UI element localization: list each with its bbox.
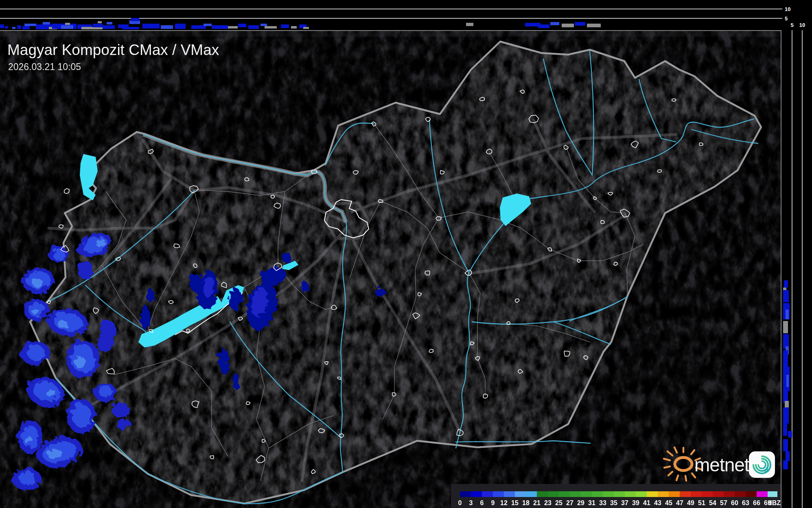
- legend-swatch: [504, 491, 515, 497]
- legend-swatch: [460, 491, 471, 497]
- precip-cell: [280, 250, 290, 261]
- legend-tick-label: 15: [511, 499, 519, 506]
- radar-composite-screen: Magyar Kompozit CMax / VMax 2026.03.21 1…: [0, 0, 812, 508]
- legend-swatch: [493, 491, 504, 497]
- legend-swatch: [691, 491, 702, 497]
- precip-cell: [373, 286, 384, 295]
- top-profile-panel: 10 5: [0, 0, 812, 29]
- echo-block: [238, 24, 246, 27]
- legend-tick-label: 3: [469, 499, 473, 506]
- legend-swatch: [592, 491, 603, 497]
- legend-tick-label: 27: [566, 499, 573, 506]
- echo-block: [786, 310, 789, 319]
- echo-block: [786, 375, 789, 387]
- legend-tick-label: 31: [588, 499, 595, 506]
- map-canvas: Magyar Kompozit CMax / VMax 2026.03.21 1…: [0, 30, 786, 508]
- precip-cell: [73, 355, 84, 367]
- echo-block: [783, 407, 789, 424]
- legend-tick-label: 37: [621, 499, 628, 506]
- legend-swatch: [614, 491, 625, 497]
- echo-block: [107, 22, 112, 24]
- legend-swatch: [636, 491, 647, 497]
- logo-text: metnet: [694, 454, 750, 475]
- echo-block: [788, 431, 792, 438]
- legend-swatch: [471, 491, 482, 497]
- legend-tick-label: 45: [665, 499, 672, 506]
- precip-cell: [25, 344, 43, 358]
- echo-block: [24, 24, 37, 26]
- legend-labels: 0369121518212325272931333537394143454749…: [458, 499, 771, 506]
- legend-swatch: [658, 491, 669, 497]
- legend-unit: dBZ: [768, 499, 781, 506]
- legend-swatch: [526, 491, 537, 497]
- echo-block: [587, 24, 601, 27]
- side-profile-label-10: 10: [799, 22, 805, 28]
- legend-swatch: [647, 491, 658, 497]
- legend-tick-label: 49: [687, 499, 694, 506]
- legend-tick-label: 25: [555, 499, 562, 506]
- legend-tick-label: 29: [577, 499, 584, 506]
- legend-swatches: [460, 491, 777, 497]
- precip-cell: [30, 277, 42, 285]
- echo-block: [103, 25, 115, 29]
- echo-block: [175, 24, 186, 29]
- legend-swatch: [680, 491, 691, 497]
- legend-swatch: [702, 491, 713, 497]
- legend-swatch: [482, 491, 493, 497]
- legend-tick-label: 23: [544, 499, 552, 506]
- legend-swatch: [537, 491, 548, 497]
- precip-cell: [17, 470, 35, 483]
- echo-block: [783, 460, 788, 469]
- legend-tick-label: 9: [491, 499, 495, 506]
- side-profile-label-5: 5: [790, 22, 793, 28]
- echo-block: [466, 23, 473, 26]
- echo-block: [61, 25, 73, 29]
- echo-block: [142, 24, 160, 29]
- legend-tick-label: 47: [676, 499, 683, 506]
- top-profile-label-10: 10: [785, 6, 790, 12]
- echo-block: [550, 22, 559, 25]
- dbz-legend: 0369121518212325272931333537394143454749…: [451, 484, 781, 508]
- timestamp: 2026.03.21 10:05: [8, 62, 81, 72]
- echo-block: [303, 27, 309, 29]
- precip-cell: [97, 385, 111, 396]
- echo-block: [93, 24, 103, 27]
- legend-tick-label: 66: [753, 499, 760, 506]
- echo-block: [248, 25, 259, 29]
- metnet-app-icon: [749, 451, 775, 478]
- echo-block: [22, 26, 30, 29]
- echo-block: [43, 22, 50, 24]
- precip-cell: [138, 303, 148, 328]
- precip-cell: [30, 307, 37, 312]
- legend-tick-label: 51: [698, 499, 705, 506]
- legend-swatch: [515, 491, 526, 497]
- legend-tick-label: 43: [654, 499, 661, 506]
- echo-block: [783, 439, 788, 451]
- precip-cell: [77, 259, 92, 279]
- legend-tick-label: 0: [458, 499, 462, 506]
- echo-block: [562, 24, 574, 27]
- echo-block: [204, 24, 212, 26]
- legend-tick-label: 12: [500, 499, 508, 506]
- legend-tick-label: 60: [731, 499, 738, 506]
- precip-cell: [70, 403, 90, 426]
- legend-tick-label: 54: [709, 499, 716, 506]
- echo-block: [291, 26, 297, 29]
- echo-block: [785, 401, 789, 407]
- legend-tick-label: 33: [599, 499, 606, 506]
- echo-block: [0, 24, 4, 28]
- echo-block: [783, 424, 787, 436]
- echo-block: [228, 26, 238, 29]
- legend-tick-label: 21: [533, 499, 541, 506]
- legend-swatch: [625, 491, 636, 497]
- echo-block: [783, 350, 788, 367]
- legend-swatch: [735, 491, 746, 497]
- echo-block: [538, 24, 549, 28]
- side-profile-panel: 5 10: [782, 22, 812, 508]
- echo-block: [122, 27, 139, 29]
- precip-cell: [232, 372, 238, 388]
- legend-swatch: [669, 491, 680, 497]
- precip-cell: [228, 287, 241, 309]
- echo-block: [783, 290, 789, 302]
- echo-block: [161, 25, 173, 29]
